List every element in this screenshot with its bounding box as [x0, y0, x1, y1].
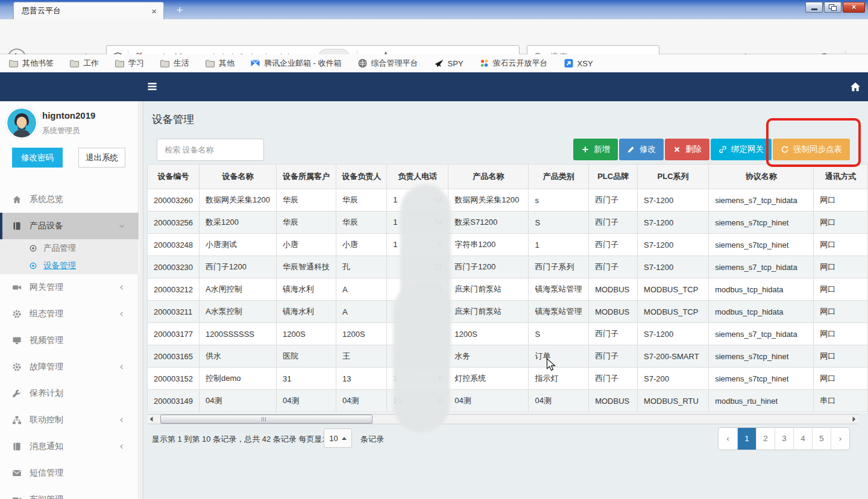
sidebar-item-故障管理[interactable]: 故障管理 — [0, 354, 139, 380]
table-cell: 庶来门前泵站 — [448, 301, 529, 323]
table-row[interactable]: 200003248小唐测试小唐小唐10字符串12001西门子S7-1200sie… — [148, 234, 868, 256]
sidebar-item-联动控制[interactable]: 联动控制 — [0, 407, 139, 433]
table-cell: 200003177 — [148, 323, 200, 345]
table-header-cell[interactable]: PLC品牌 — [589, 165, 638, 189]
bookmark-item[interactable]: 腾讯企业邮箱 - 收件箱 — [250, 58, 342, 69]
table-cell: 数采1200 — [200, 212, 277, 234]
table-cell: 31 — [277, 368, 336, 390]
table-row[interactable]: 200003152控制demo311318灯控系统指示灯西门子S7-200sie… — [148, 368, 868, 390]
bookmark-item[interactable]: XSY — [564, 58, 593, 68]
table-row[interactable]: 200003165供水医院王41水务订单西门子S7-200-SMARTsieme… — [148, 345, 868, 368]
page-button-4[interactable]: 4 — [793, 428, 812, 450]
bookmark-item[interactable]: 学习 — [115, 58, 144, 69]
sidebar-item-网关管理[interactable]: 网关管理 — [0, 274, 139, 301]
table-cell: 网口 — [814, 189, 868, 212]
scroll-right-icon[interactable] — [849, 415, 858, 424]
page-size-select[interactable]: 10 — [324, 428, 352, 448]
table-header-cell[interactable]: 通讯方式 — [814, 165, 868, 189]
table-header-cell[interactable]: 产品名称 — [448, 165, 529, 189]
toolbar-button-新增[interactable]: 新增 — [573, 139, 618, 160]
bookmark-item[interactable]: 萤石云开放平台 — [479, 58, 548, 69]
table-row[interactable]: 2000031771200SSSSSS1200S1200S881200SS西门子… — [148, 323, 868, 345]
page-button-3[interactable]: 3 — [775, 428, 793, 450]
table-row[interactable]: 200003256数采1200华辰华辰104数采S71200S西门子S7-120… — [148, 212, 868, 234]
scroll-left-icon[interactable] — [147, 415, 156, 424]
table-cell: 04测 — [336, 390, 387, 412]
bookmark-item[interactable]: 工作 — [69, 58, 99, 69]
table-row[interactable]: 200003230西门子1200华辰智通科技孔31西门子1200西门子系列西门子… — [148, 256, 868, 278]
table-cell: 庶来门前泵站 — [448, 278, 529, 301]
table-header-cell[interactable]: 设备所属客户 — [277, 165, 336, 189]
sidebar-item-组态管理[interactable]: 组态管理 — [0, 301, 139, 327]
toolbar-button-绑定网关[interactable]: 绑定网关 — [711, 139, 772, 160]
table-cell: 13 — [336, 368, 387, 390]
app-home-icon[interactable] — [850, 81, 861, 92]
page-title: 设备管理 — [152, 112, 194, 127]
bookmark-item[interactable]: 生活 — [160, 58, 189, 69]
bookmark-label: 综合管理平台 — [371, 58, 418, 69]
table-row[interactable]: 200003212A水闸控制镇海水利A33庶来门前泵站镇海泵站管理MODBUSM… — [148, 278, 868, 301]
sidebar-item-短信管理[interactable]: 短信管理 — [0, 460, 139, 486]
page-size-value: 10 — [329, 434, 338, 443]
change-password-button[interactable]: 修改密码 — [12, 148, 63, 168]
submenu-item-产品管理[interactable]: 产品管理 — [0, 239, 139, 257]
logout-button[interactable]: 退出系统 — [78, 148, 125, 168]
sidebar-item-产品设备[interactable]: 产品设备 — [0, 213, 139, 239]
table-cell: 200003230 — [148, 256, 200, 278]
table-cell: 数据网关采集1200 — [448, 189, 529, 212]
toolbar-button-删除[interactable]: 删除 — [665, 139, 709, 160]
sidebar-toggle-icon[interactable] — [146, 81, 158, 92]
book-icon — [12, 221, 22, 231]
table-cell: 网口 — [814, 368, 868, 390]
table-row[interactable]: 20000314904测04测04测15804测04测MODBUSMODBUS_… — [148, 390, 868, 412]
sitemap-icon — [12, 415, 22, 425]
bookmark-item[interactable]: 其他 — [205, 58, 234, 69]
sidebar-item-系统总览[interactable]: 系统总览 — [0, 186, 139, 213]
minimize-button[interactable] — [805, 2, 823, 13]
browser-tab[interactable]: 思普云平台 × — [13, 2, 164, 19]
device-table-wrap: 设备编号设备名称设备所属客户设备负责人负责人电话产品名称产品类别PLC品牌PLC… — [147, 164, 868, 413]
close-button[interactable]: × — [843, 2, 865, 13]
table-header-cell[interactable]: 设备负责人 — [336, 165, 387, 189]
restore-button[interactable] — [824, 2, 841, 13]
page-button-5[interactable]: 5 — [812, 428, 831, 450]
table-header-cell[interactable]: 设备名称 — [200, 165, 277, 189]
content-scrollbar-strip[interactable] — [139, 101, 143, 499]
bookmark-item[interactable]: 综合管理平台 — [357, 58, 418, 69]
table-cell: 西门子 — [589, 256, 638, 278]
sidebar-item-label: 短信管理 — [30, 468, 63, 479]
table-header-cell[interactable]: 协议名称 — [709, 165, 814, 189]
toolbar-button-修改[interactable]: 修改 — [619, 139, 664, 160]
table-cell: 1200S — [277, 323, 336, 345]
tab-close-icon[interactable]: × — [149, 6, 159, 16]
table-header-cell[interactable]: 设备编号 — [148, 165, 200, 189]
table-header-row: 设备编号设备名称设备所属客户设备负责人负责人电话产品名称产品类别PLC品牌PLC… — [148, 165, 868, 189]
sidebar-item-保养计划[interactable]: 保养计划 — [0, 380, 139, 407]
bookmark-item[interactable]: 其他书签 — [8, 58, 54, 69]
browser-titlebar: 思普云平台 × + × — [0, 0, 868, 19]
sidebar-item-车间管理[interactable]: 车间管理 — [0, 486, 139, 499]
page-next-button[interactable]: › — [831, 428, 849, 450]
table-cell: MODBUS_TCP — [638, 278, 709, 301]
page-button-2[interactable]: 2 — [756, 428, 775, 450]
toolbar-button-label: 删除 — [685, 144, 702, 155]
table-row[interactable]: 200003260数据网关采集1200华辰华辰104数据网关采集1200s西门子… — [148, 189, 868, 212]
page-prev-button[interactable]: ‹ — [719, 428, 737, 450]
sidebar-item-视频管理[interactable]: 视频管理 — [0, 327, 139, 354]
table-cell: s — [529, 189, 589, 212]
table-cell: siemens_s7_tcp_hidata — [709, 256, 814, 278]
device-search-box[interactable] — [157, 139, 264, 161]
table-row[interactable]: 200003211A水泵控制镇海水利A33庶来门前泵站镇海泵站管理MODBUSM… — [148, 301, 868, 323]
sidebar-item-消息通知[interactable]: 消息通知 — [0, 433, 139, 460]
table-cell: 200003152 — [148, 368, 200, 390]
table-cell: 04测 — [277, 390, 336, 412]
page-button-1[interactable]: 1 — [737, 428, 756, 450]
table-cell: modbus_rtu_hinet — [709, 390, 814, 412]
device-search-input[interactable] — [163, 145, 257, 155]
bookmark-item[interactable]: SPY — [434, 58, 464, 68]
new-tab-button[interactable]: + — [171, 4, 188, 17]
table-header-cell[interactable]: 产品类别 — [529, 165, 589, 189]
table-cell: 水务 — [448, 345, 529, 368]
table-header-cell[interactable]: PLC系列 — [638, 165, 709, 189]
submenu-item-设备管理[interactable]: 设备管理 — [0, 257, 139, 274]
